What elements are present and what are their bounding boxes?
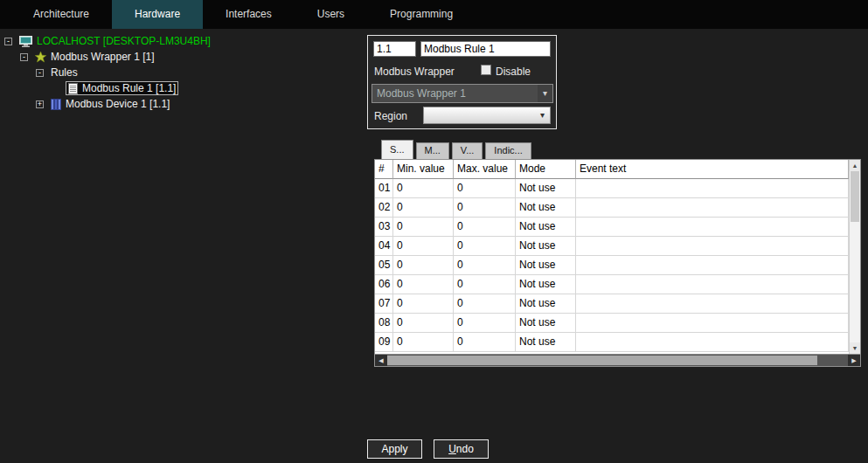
tree-indent — [4, 73, 36, 73]
grid-cell[interactable] — [576, 256, 849, 275]
grid-cell[interactable] — [576, 179, 849, 198]
disable-checkbox[interactable] — [481, 65, 491, 75]
grid-cell[interactable]: Not use — [516, 256, 576, 275]
grid-cell[interactable]: 02 — [375, 198, 393, 218]
tree-item-content: Modbus Rule 1 [1.1] — [66, 81, 178, 95]
column-header-num: # — [375, 160, 393, 179]
grid-cell[interactable]: Not use — [516, 198, 576, 218]
grid-cell[interactable] — [576, 198, 849, 218]
table-row: 0800Not use — [375, 314, 849, 333]
grid: #Min. valueMax. valueModeEvent text 0100… — [375, 160, 849, 354]
grid-cell[interactable]: 03 — [375, 218, 393, 237]
grid-cell[interactable]: 0 — [454, 314, 516, 333]
grid-cell[interactable]: 01 — [375, 179, 393, 198]
grid-cell[interactable]: 0 — [454, 294, 516, 314]
device-icon — [51, 99, 61, 110]
grid-cell[interactable]: Not use — [516, 333, 576, 352]
column-header-event-text: Event text — [576, 160, 849, 179]
scroll-right-icon[interactable]: ▶ — [848, 355, 860, 366]
tree-item-modbus-device-1-1-1[interactable]: +Modbus Device 1 [1.1] — [0, 96, 367, 112]
tree-item-localhost-desktop-lm3u4bh[interactable]: -LOCALHOST [DESKTOP-LM3U4BH] — [0, 33, 367, 49]
table-row: 0900Not use — [375, 333, 849, 352]
grid-cell[interactable]: 0 — [454, 198, 516, 218]
grid-cell[interactable] — [576, 218, 849, 237]
tab-m[interactable]: M... — [416, 142, 449, 159]
grid-cell[interactable]: 0 — [454, 333, 516, 352]
grid-cell[interactable]: 04 — [375, 237, 393, 256]
grid-cell[interactable]: 0 — [393, 333, 454, 352]
table-header-row: #Min. valueMax. valueModeEvent text — [375, 160, 849, 179]
grid-cell[interactable] — [576, 333, 849, 352]
grid-cell[interactable]: 0 — [393, 294, 454, 314]
tree-item-modbus-rule-1-1-1[interactable]: Modbus Rule 1 [1.1] — [0, 80, 367, 96]
grid-cell[interactable]: 0 — [454, 256, 516, 275]
grid-cell[interactable]: 06 — [375, 275, 393, 294]
grid-cell[interactable]: Not use — [516, 218, 576, 237]
grid-cell[interactable] — [576, 294, 849, 314]
tree-collapse-toggle[interactable]: - — [36, 69, 44, 77]
grid-cell[interactable]: Not use — [516, 179, 576, 198]
grid-cell[interactable]: Not use — [516, 294, 576, 314]
grid-cell[interactable]: Not use — [516, 275, 576, 294]
grid-cell[interactable] — [576, 314, 849, 333]
grid-cell[interactable]: 0 — [393, 256, 454, 275]
rule-name-input[interactable] — [420, 41, 551, 57]
grid-cell[interactable]: 0 — [454, 237, 516, 256]
vertical-scrollbar[interactable]: ▲ ▼ — [849, 160, 860, 354]
rule-id-input[interactable] — [373, 41, 416, 57]
grid-cell[interactable]: 0 — [454, 218, 516, 237]
scroll-left-icon[interactable]: ◀ — [375, 355, 387, 366]
action-buttons: Apply Undo — [367, 439, 489, 459]
menu-tab-interfaces[interactable]: Interfaces — [203, 0, 295, 29]
undo-label: Undo — [444, 443, 478, 455]
menu-tab-users[interactable]: Users — [295, 0, 367, 29]
hscroll-track[interactable] — [817, 355, 848, 366]
grid-cell[interactable]: 0 — [454, 275, 516, 294]
table-row: 0400Not use — [375, 237, 849, 256]
grid-cell[interactable]: 07 — [375, 294, 393, 314]
grid-cell[interactable]: 09 — [375, 333, 393, 352]
grid-cell[interactable] — [576, 275, 849, 294]
menu-tab-architecture[interactable]: Architecture — [10, 0, 112, 29]
grid-cell[interactable]: 08 — [375, 314, 393, 333]
tree-collapse-toggle[interactable]: - — [20, 53, 28, 61]
scroll-down-icon[interactable]: ▼ — [850, 342, 860, 354]
tree-item-rules[interactable]: -Rules — [0, 65, 367, 80]
grid-cell[interactable]: 0 — [393, 237, 454, 256]
tab-v[interactable]: V... — [452, 142, 483, 159]
region-label: Region — [374, 110, 407, 122]
grid-cell[interactable]: 0 — [393, 275, 454, 294]
menu-tab-programming[interactable]: Programming — [367, 0, 476, 29]
apply-button[interactable]: Apply — [367, 439, 422, 459]
grid-cell[interactable]: 0 — [393, 218, 454, 237]
rule-icon — [68, 83, 78, 94]
grid-cell[interactable]: 0 — [393, 314, 454, 333]
tab-s[interactable]: S... — [381, 140, 413, 159]
menu-tab-hardware[interactable]: Hardware — [112, 0, 203, 29]
table-row: 0700Not use — [375, 294, 849, 314]
grid-cell[interactable]: Not use — [516, 314, 576, 333]
hscroll-thumb[interactable] — [387, 356, 817, 365]
horizontal-scrollbar[interactable]: ◀ ▶ — [375, 354, 860, 366]
grid-cell[interactable]: 0 — [393, 198, 454, 218]
apply-label: Apply — [378, 443, 412, 455]
undo-button[interactable]: Undo — [434, 439, 489, 459]
modbus-wrapper-dropdown[interactable]: Modbus Wrapper 1 ▾ — [372, 84, 553, 103]
grid-cell[interactable]: 0 — [454, 179, 516, 198]
tree-expand-toggle[interactable]: + — [36, 100, 44, 108]
tree-collapse-toggle[interactable]: - — [4, 38, 12, 45]
wrapper-icon — [35, 52, 46, 63]
grid-cell[interactable]: 0 — [393, 179, 454, 198]
computer-icon — [19, 36, 32, 47]
grid-cell[interactable]: Not use — [516, 237, 576, 256]
tree-item-label: Rules — [51, 66, 78, 79]
vscroll-track[interactable] — [850, 222, 860, 342]
grid-cell[interactable]: 05 — [375, 256, 393, 275]
tree-item-modbus-wrapper-1-1[interactable]: -Modbus Wrapper 1 [1] — [0, 49, 367, 65]
table-row: 0200Not use — [375, 198, 849, 218]
scroll-up-icon[interactable]: ▲ — [850, 160, 860, 171]
grid-cell[interactable] — [576, 237, 849, 256]
tab-indic[interactable]: Indic... — [485, 142, 531, 159]
region-dropdown[interactable]: ▾ — [423, 107, 551, 124]
vscroll-thumb[interactable] — [851, 171, 859, 222]
